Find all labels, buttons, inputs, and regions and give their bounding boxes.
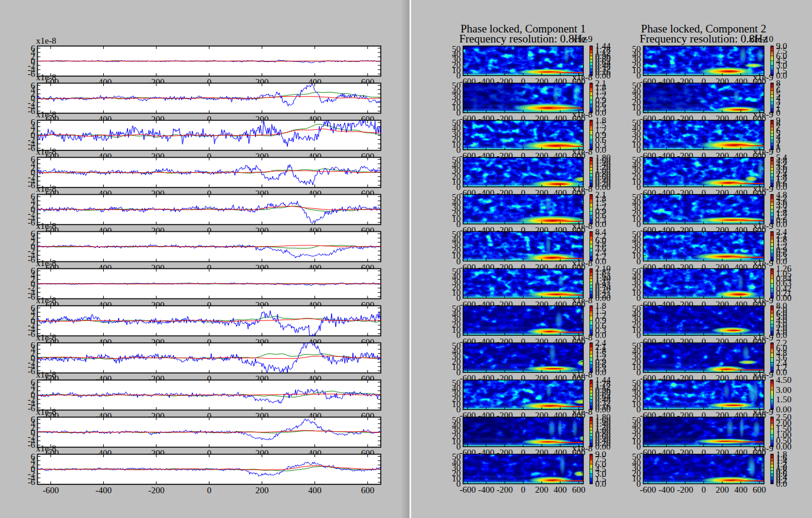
svg-text:200: 200	[716, 485, 729, 494]
svg-text:50: 50	[632, 341, 641, 350]
svg-text:x1e-8: x1e-8	[36, 110, 56, 119]
svg-text:50: 50	[452, 378, 461, 388]
svg-text:50: 50	[632, 118, 641, 127]
svg-text:400: 400	[734, 485, 748, 494]
svg-text:0: 0	[702, 485, 706, 494]
svg-text:x1e-8: x1e-8	[36, 184, 56, 194]
svg-text:50: 50	[452, 230, 461, 239]
svg-text:x1e-8: x1e-8	[36, 221, 56, 231]
svg-text:0: 0	[207, 486, 212, 495]
svg-text:x1e-8: x1e-8	[572, 147, 592, 156]
svg-text:x1e-8: x1e-8	[36, 370, 56, 379]
svg-text:x1e-9: x1e-9	[753, 444, 773, 453]
svg-text:50: 50	[452, 304, 461, 313]
svg-text:x1e-8: x1e-8	[572, 407, 592, 417]
svg-text:x1e-8: x1e-8	[36, 407, 56, 417]
svg-text:-400: -400	[478, 485, 495, 494]
svg-text:x1e-9: x1e-9	[753, 110, 773, 119]
svg-text:50: 50	[632, 452, 641, 461]
svg-text:-6: -6	[28, 69, 35, 78]
svg-text:x1e-8: x1e-8	[36, 296, 56, 305]
svg-text:0.0: 0.0	[595, 479, 607, 489]
svg-text:x1e-8: x1e-8	[572, 258, 592, 268]
svg-text:50: 50	[452, 415, 461, 425]
svg-text:1.50: 1.50	[776, 395, 791, 404]
svg-text:-6: -6	[28, 181, 35, 190]
svg-text:x1e-8: x1e-8	[572, 296, 592, 305]
svg-text:50: 50	[632, 192, 641, 202]
svg-text:x1e-8: x1e-8	[572, 73, 592, 82]
svg-text:-6: -6	[28, 143, 35, 153]
svg-text:50: 50	[632, 155, 641, 165]
svg-text:x1e-8: x1e-8	[36, 73, 56, 82]
svg-text:-6: -6	[28, 255, 35, 264]
svg-text:-200: -200	[496, 485, 513, 494]
svg-text:x1e-9: x1e-9	[753, 407, 773, 417]
svg-text:x1e-8: x1e-8	[572, 221, 592, 231]
svg-text:x1e-8: x1e-8	[572, 370, 592, 379]
svg-text:0.0: 0.0	[776, 479, 787, 489]
svg-text:x1e-8: x1e-8	[572, 333, 592, 342]
svg-text:-6: -6	[28, 404, 35, 413]
svg-text:-6: -6	[28, 366, 35, 376]
svg-text:x1e-9: x1e-9	[753, 258, 773, 268]
svg-text:-6: -6	[28, 292, 35, 301]
svg-text:-6: -6	[28, 106, 35, 116]
svg-text:-6: -6	[28, 477, 35, 487]
svg-text:50: 50	[632, 415, 641, 425]
svg-text:x1e-8: x1e-8	[36, 444, 56, 453]
svg-text:x1e-8: x1e-8	[36, 258, 56, 268]
svg-text:0: 0	[521, 485, 526, 494]
svg-text:50: 50	[632, 230, 641, 239]
svg-text:50: 50	[452, 341, 461, 350]
svg-text:200: 200	[535, 485, 549, 494]
svg-text:50: 50	[632, 44, 641, 54]
svg-text:-200: -200	[148, 486, 165, 495]
svg-text:50: 50	[452, 452, 461, 461]
svg-text:x1e-8: x1e-8	[572, 110, 592, 119]
svg-text:4.50: 4.50	[776, 375, 791, 385]
svg-text:50: 50	[632, 378, 641, 388]
svg-text:x1e-8: x1e-8	[572, 444, 592, 453]
svg-text:400: 400	[554, 485, 567, 494]
svg-text:x1e-8: x1e-8	[36, 147, 56, 156]
svg-text:x1e-8: x1e-8	[572, 184, 592, 194]
svg-text:-400: -400	[659, 485, 675, 494]
svg-text:600: 600	[361, 486, 375, 495]
svg-text:x1e-9: x1e-9	[753, 147, 773, 156]
svg-text:Frequency resolution: 0.8Hz: Frequency resolution: 0.8Hz	[459, 32, 587, 45]
svg-text:50: 50	[632, 81, 641, 90]
svg-text:x1e-10: x1e-10	[749, 34, 774, 44]
svg-text:-600: -600	[640, 485, 656, 494]
svg-text:x1e-9: x1e-9	[753, 184, 773, 194]
svg-text:x1e-9: x1e-9	[753, 370, 773, 379]
svg-text:x1e-9: x1e-9	[753, 73, 773, 82]
svg-text:50: 50	[452, 267, 461, 276]
svg-text:50: 50	[452, 118, 461, 127]
svg-text:50: 50	[452, 44, 461, 54]
svg-text:x1e-9: x1e-9	[572, 34, 592, 44]
svg-text:-6: -6	[28, 440, 35, 450]
svg-text:50: 50	[452, 155, 461, 165]
svg-text:50: 50	[632, 267, 641, 276]
svg-text:400: 400	[308, 486, 322, 495]
svg-text:-200: -200	[677, 485, 693, 494]
svg-text:50: 50	[632, 304, 641, 313]
svg-text:50: 50	[452, 192, 461, 202]
svg-text:-600: -600	[460, 485, 476, 494]
svg-text:-400: -400	[96, 486, 112, 495]
svg-text:3.00: 3.00	[776, 385, 791, 395]
svg-text:200: 200	[256, 486, 269, 495]
svg-text:x1e-8: x1e-8	[36, 333, 56, 342]
svg-text:50: 50	[452, 81, 461, 90]
svg-text:600: 600	[572, 485, 585, 494]
svg-text:x1e-9: x1e-9	[753, 333, 773, 342]
svg-text:x1e-9: x1e-9	[753, 296, 773, 305]
svg-text:-600: -600	[42, 486, 59, 495]
svg-text:-6: -6	[28, 329, 35, 339]
svg-text:x1e-9: x1e-9	[753, 221, 773, 231]
svg-text:x1e-8: x1e-8	[36, 36, 56, 45]
svg-text:-6: -6	[28, 218, 35, 227]
svg-text:600: 600	[753, 485, 767, 494]
